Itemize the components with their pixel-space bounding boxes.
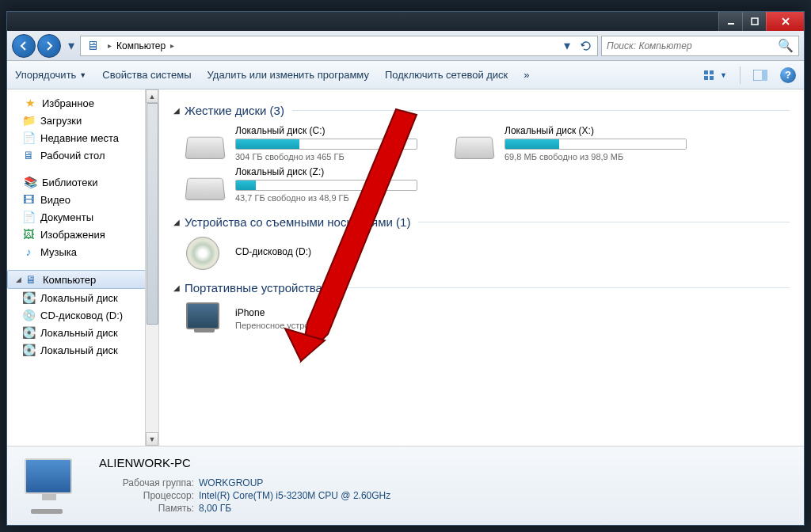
device-type: Переносное устройство [235, 321, 424, 330]
view-icon [702, 68, 717, 82]
svg-rect-7 [762, 70, 767, 81]
sidebar-libraries[interactable]: 📚Библиотеки [7, 173, 146, 191]
sidebar-item-downloads[interactable]: 📁Загрузки [7, 112, 146, 129]
drive-label: Локальный диск (C:) [235, 125, 424, 136]
uninstall-program-button[interactable]: Удалить или изменить программу [208, 69, 369, 81]
drive-icon: 💽 [21, 291, 36, 305]
drive-label: Локальный диск (Z:) [235, 166, 424, 177]
drive-freespace: 304 ГБ свободно из 465 ГБ [235, 152, 424, 162]
drive-label: CD-дисковод (D:) [235, 246, 424, 257]
svg-rect-4 [704, 76, 708, 80]
group-portable[interactable]: ◢Портативные устройства (1) [173, 281, 790, 294]
sidebar-item-music[interactable]: ♪Музыка [7, 243, 146, 260]
address-dropdown[interactable]: ▾ [558, 36, 577, 55]
sidebar-item-pictures[interactable]: 🖼Изображения [7, 226, 146, 243]
drive-item-cd[interactable]: CD-дисковод (D:) [186, 237, 424, 268]
hdd-icon [455, 127, 495, 159]
svg-rect-5 [710, 76, 714, 80]
titlebar [7, 12, 804, 31]
preview-pane-button[interactable] [753, 70, 767, 81]
refresh-button[interactable] [577, 36, 596, 55]
drive-freespace: 43,7 ГБ свободно из 48,9 ГБ [235, 193, 424, 203]
scroll-thumb[interactable] [147, 103, 158, 325]
device-item-iphone[interactable]: iPhone Переносное устройство [186, 302, 424, 334]
sidebar-item-cd[interactable]: 💿CD-дисковод (D:) [7, 306, 146, 324]
drive-item-z[interactable]: Локальный диск (Z:) 43,7 ГБ свободно из … [186, 166, 424, 203]
details-pane: ALIENWORK-PC Рабочая группа:WORKGROUP Пр… [7, 446, 804, 525]
drive-item-c[interactable]: Локальный диск (C:) 304 ГБ свободно из 4… [186, 125, 424, 162]
breadcrumb-arrow[interactable]: ▸ [170, 41, 174, 50]
sidebar-computer[interactable]: ◢🖥Компьютер [7, 270, 146, 289]
svg-rect-0 [728, 23, 734, 25]
search-icon: 🔍 [778, 38, 794, 53]
cd-icon: 💿 [21, 308, 36, 322]
capacity-bar [235, 139, 417, 150]
toolbar-overflow[interactable]: » [524, 69, 529, 81]
drive-freespace: 69,8 МБ свободно из 98,9 МБ [504, 152, 693, 162]
sidebar-item-desktop[interactable]: 🖥Рабочий стол [7, 146, 146, 164]
breadcrumb-arrow: ▸ [108, 41, 112, 50]
scroll-up-button[interactable]: ▲ [146, 89, 158, 103]
svg-rect-1 [752, 18, 758, 25]
toolbar-separator [740, 66, 741, 84]
sidebar-item-documents[interactable]: 📄Документы [7, 208, 146, 226]
maximize-button[interactable] [742, 12, 766, 31]
desktop-icon: 🖥 [21, 148, 36, 162]
sidebar-item-video[interactable]: 🎞Видео [7, 191, 146, 208]
back-button[interactable] [12, 34, 36, 58]
device-icon [186, 302, 226, 334]
search-input[interactable] [607, 40, 778, 51]
group-hard-drives[interactable]: ◢Жесткие диски (3) [173, 104, 790, 117]
hdd-icon [186, 127, 226, 159]
group-removable[interactable]: ◢Устройства со съемными носителями (1) [173, 215, 790, 229]
drive-label: Локальный диск (X:) [504, 125, 693, 136]
hdd-icon [186, 169, 226, 200]
details-value: WORKGROUP [199, 477, 263, 488]
star-icon: ★ [23, 96, 37, 110]
forward-button[interactable] [37, 34, 61, 58]
sidebar-scrollbar[interactable]: ▲ ▼ [145, 89, 158, 446]
view-menu[interactable]: ▼ [702, 68, 727, 82]
sidebar-item-recent[interactable]: 📄Недавние места [7, 129, 146, 146]
drive-icon: 💽 [21, 325, 36, 340]
svg-rect-2 [704, 70, 708, 74]
capacity-bar [504, 139, 687, 150]
help-button[interactable]: ? [780, 67, 796, 83]
sidebar-favorites[interactable]: ★Избранное [7, 94, 146, 112]
music-icon: ♪ [21, 245, 36, 259]
details-label: Процессор: [99, 490, 194, 501]
close-button[interactable] [766, 12, 804, 31]
toolbar: Упорядочить▼ Свойства системы Удалить ил… [7, 61, 804, 89]
scroll-down-button[interactable]: ▼ [146, 432, 158, 446]
library-icon: 📚 [23, 175, 37, 189]
drive-icon: 💽 [21, 343, 36, 357]
body: ★Избранное 📁Загрузки 📄Недавние места 🖥Ра… [7, 89, 804, 446]
system-properties-button[interactable]: Свойства системы [102, 69, 191, 81]
search-box[interactable]: 🔍 [601, 36, 799, 56]
sidebar-item-drive[interactable]: 💽Локальный диск [7, 341, 146, 359]
capacity-bar [235, 180, 417, 191]
details-label: Рабочая группа: [99, 477, 194, 488]
organize-menu[interactable]: Упорядочить▼ [15, 69, 86, 81]
device-label: iPhone [235, 307, 424, 318]
computer-large-icon [20, 458, 83, 514]
details-value: Intel(R) Core(TM) i5-3230M CPU @ 2.60GHz [199, 490, 390, 501]
breadcrumb-location[interactable]: Компьютер [116, 40, 166, 51]
content-pane: ◢Жесткие диски (3) Локальный диск (C:) 3… [159, 89, 804, 446]
drive-item-x[interactable]: Локальный диск (X:) 69,8 МБ свободно из … [455, 125, 693, 162]
folder-icon: 📁 [21, 113, 36, 127]
computer-icon: 🖥 [86, 39, 100, 53]
address-bar[interactable]: 🖥 ▸ Компьютер ▸ ▾ [80, 36, 598, 56]
sidebar-item-drive[interactable]: 💽Локальный диск [7, 324, 146, 341]
sidebar-item-drive[interactable]: 💽Локальный диск [7, 289, 146, 306]
computer-icon: 🖥 [24, 272, 38, 287]
sidebar: ★Избранное 📁Загрузки 📄Недавние места 🖥Ра… [7, 89, 159, 446]
document-icon: 📄 [21, 210, 36, 224]
svg-rect-3 [710, 70, 714, 74]
history-dropdown[interactable]: ▾ [66, 38, 77, 53]
details-computer-name: ALIENWORK-PC [99, 456, 390, 469]
minimize-button[interactable] [718, 12, 742, 31]
map-network-drive-button[interactable]: Подключить сетевой диск [385, 69, 508, 81]
video-icon: 🎞 [21, 192, 36, 207]
details-label: Память: [99, 503, 194, 514]
